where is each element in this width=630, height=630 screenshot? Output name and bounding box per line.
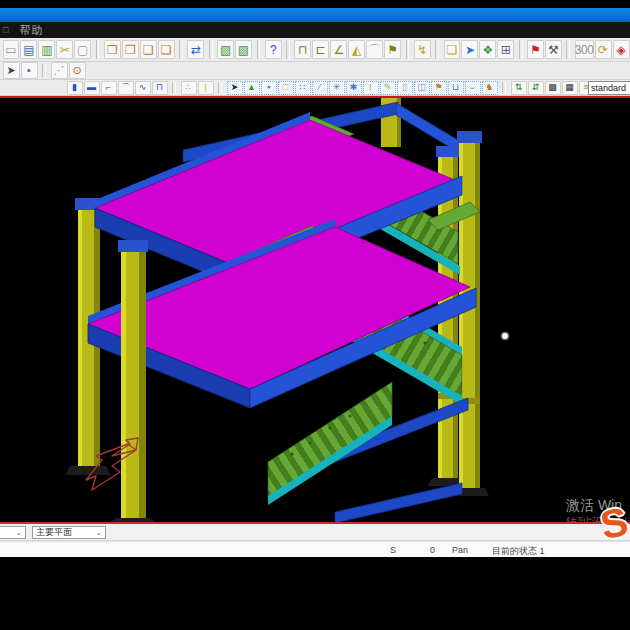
select-flags-icon[interactable]: ⚑ bbox=[431, 81, 447, 95]
toolbar-separator bbox=[286, 40, 290, 58]
toolbar-separator bbox=[218, 82, 222, 94]
create-plate-icon[interactable]: ⊓ bbox=[152, 81, 168, 95]
drawing-list-icon[interactable]: ▤ bbox=[20, 40, 37, 59]
menu-item-help[interactable]: 帮助 bbox=[19, 23, 43, 38]
toolbar-separator bbox=[435, 40, 439, 58]
toolbar-separator bbox=[209, 40, 213, 58]
work-plane-combo-label: 主要平面 bbox=[36, 526, 72, 539]
ground-beam-right[interactable] bbox=[335, 483, 462, 522]
help-icon[interactable]: ? bbox=[265, 40, 282, 59]
select-parts-icon[interactable]: ▲ bbox=[244, 81, 260, 95]
app-window: { "window": { "menu": { "partial_glyph":… bbox=[0, 0, 630, 630]
select-cells-icon[interactable]: ◫ bbox=[414, 81, 430, 95]
export-icon[interactable]: ▨ bbox=[235, 40, 252, 59]
view-plane-bar: ⌄ 主要平面 ⌄ bbox=[0, 524, 630, 541]
create-curved-beam-icon[interactable]: ⌒ bbox=[118, 81, 134, 95]
status-snap-indicator: S bbox=[390, 545, 396, 555]
select-joints-icon[interactable]: ✱ bbox=[346, 81, 362, 95]
select-mesh-icon[interactable]: ▦ bbox=[562, 81, 578, 95]
status-pan-mode: Pan bbox=[452, 545, 468, 555]
new-model-icon[interactable]: ▭ bbox=[3, 40, 20, 59]
chevron-down-icon: ⌄ bbox=[95, 528, 102, 537]
snap-line-icon[interactable]: ⋰ bbox=[51, 62, 68, 79]
status-count: 0 bbox=[430, 545, 435, 555]
xs300-icon[interactable]: 300 bbox=[575, 40, 594, 59]
select-single-bolts-icon[interactable]: ⇵ bbox=[528, 81, 544, 95]
toolbar-separator bbox=[96, 40, 100, 58]
pick-icon[interactable]: ➤ bbox=[461, 40, 478, 59]
select-views-icon[interactable]: ▯ bbox=[397, 81, 413, 95]
measure-flag-icon[interactable]: ⚑ bbox=[384, 40, 401, 59]
snap-center-icon[interactable]: ⊙ bbox=[69, 62, 86, 79]
publish-icon[interactable]: ▧ bbox=[217, 40, 234, 59]
select-loads-icon[interactable]: ♞ bbox=[482, 81, 498, 95]
toolbar-separator bbox=[566, 40, 570, 58]
drawing-monitor-icon[interactable]: ❏ bbox=[158, 40, 175, 59]
select-all-icon[interactable]: ➤ bbox=[227, 81, 243, 95]
toolbar-separator bbox=[42, 64, 46, 78]
menu-partial-icon: □ bbox=[3, 25, 8, 35]
create-polybeam-icon[interactable]: ⌐ bbox=[101, 81, 117, 95]
toolbar-main: ▭▤▥✂▢❒❐❑❏⇄▧▨?⊓⊏∠◭⌒⚑↯❏➤❖⊞⚑⚒300⟳◈ bbox=[0, 38, 630, 62]
create-bolt-icon[interactable]: ∴ bbox=[181, 81, 197, 95]
column-left-front[interactable] bbox=[111, 240, 155, 522]
flag-tool-icon[interactable]: ⚑ bbox=[527, 40, 544, 59]
toolbar-separator bbox=[179, 40, 183, 58]
create-view-icon[interactable]: ↯ bbox=[414, 40, 431, 59]
toolbar-separator bbox=[257, 40, 261, 58]
drawing-cart-icon[interactable]: ❑ bbox=[140, 40, 157, 59]
open-drawing-icon[interactable]: ❒ bbox=[104, 40, 121, 59]
select-area-icon[interactable]: ▢ bbox=[74, 40, 91, 59]
mouse-cursor bbox=[501, 332, 510, 341]
select-rebar-icon[interactable]: ▩ bbox=[545, 81, 561, 95]
toolbar-separator bbox=[502, 82, 506, 94]
chevron-down-icon: ⌄ bbox=[15, 528, 22, 537]
select-assemblies-icon[interactable]: □ bbox=[278, 81, 294, 95]
create-weld-icon[interactable]: ∣ bbox=[198, 81, 214, 95]
copy-icon[interactable]: ❏ bbox=[444, 40, 461, 59]
refresh-icon[interactable]: ⟳ bbox=[595, 40, 612, 59]
move-icon[interactable]: ❖ bbox=[479, 40, 496, 59]
model-canvas[interactable] bbox=[0, 98, 630, 522]
create-folded-beam-icon[interactable]: ∿ bbox=[135, 81, 151, 95]
create-column-icon[interactable]: ▮ bbox=[67, 81, 83, 95]
select-magnets-icon[interactable]: ⊔ bbox=[448, 81, 464, 95]
title-bar[interactable] bbox=[0, 8, 630, 22]
link-views-icon[interactable]: ⇄ bbox=[187, 40, 204, 59]
toolbar-separator bbox=[519, 40, 523, 58]
report-list-icon[interactable]: ▥ bbox=[38, 40, 55, 59]
drawing-folder-icon[interactable]: ❐ bbox=[122, 40, 139, 59]
snapshot-icon[interactable]: ✂ bbox=[56, 40, 73, 59]
select-points-icon[interactable]: ∷ bbox=[295, 81, 311, 95]
lift-tool-icon[interactable]: ⚒ bbox=[545, 40, 562, 59]
toolbar-separator bbox=[172, 82, 176, 94]
measure-angle-icon[interactable]: ∠ bbox=[330, 40, 347, 59]
select-lines-icon[interactable]: ∕ bbox=[312, 81, 328, 95]
select-surfaces-icon[interactable]: ⌣ bbox=[465, 81, 481, 95]
status-bar: S 0 Pan 目前的状态 1 bbox=[0, 541, 630, 557]
select-welds-icon[interactable]: ✳ bbox=[329, 81, 345, 95]
snap-grid-icon[interactable]: ▪ bbox=[21, 62, 38, 79]
work-plane-combo[interactable]: 主要平面 ⌄ bbox=[32, 526, 106, 539]
measure-cone-icon[interactable]: ◭ bbox=[348, 40, 365, 59]
toolbar-separator bbox=[406, 40, 410, 58]
select-marks-icon[interactable]: ! bbox=[363, 81, 379, 95]
measure-y-icon[interactable]: ⊏ bbox=[312, 40, 329, 59]
snap-points-icon[interactable]: ➤ bbox=[3, 62, 20, 79]
select-bolts-icon[interactable]: ⇅ bbox=[511, 81, 527, 95]
toolbar-modeling-selection: ▮▬⌐⌒∿⊓∴∣➤▲▪□∷∕✳✱!✎▯◫⚑⊔⌣♞⇅⇵▩▦≋ bbox=[0, 80, 630, 96]
measure-arc-icon[interactable]: ⌒ bbox=[366, 40, 383, 59]
measure-x-icon[interactable]: ⊓ bbox=[294, 40, 311, 59]
menu-bar: □ 帮助 bbox=[0, 22, 630, 38]
select-drawings-icon[interactable]: ✎ bbox=[380, 81, 396, 95]
select-components-icon[interactable]: ▪ bbox=[261, 81, 277, 95]
letterbox-bottom bbox=[0, 557, 630, 630]
truck-icon[interactable]: ◈ bbox=[613, 40, 630, 59]
create-beam-icon[interactable]: ▬ bbox=[84, 81, 100, 95]
grid-icon[interactable]: ⊞ bbox=[497, 40, 514, 59]
partial-combo[interactable]: ⌄ bbox=[0, 526, 26, 539]
phase-combo[interactable]: standard bbox=[588, 81, 630, 95]
toolbar-snap: ➤▪⋰⊙ bbox=[0, 62, 630, 80]
model-viewport[interactable]: 激活 Win 转到“设置”以激活 Win bbox=[0, 96, 630, 524]
